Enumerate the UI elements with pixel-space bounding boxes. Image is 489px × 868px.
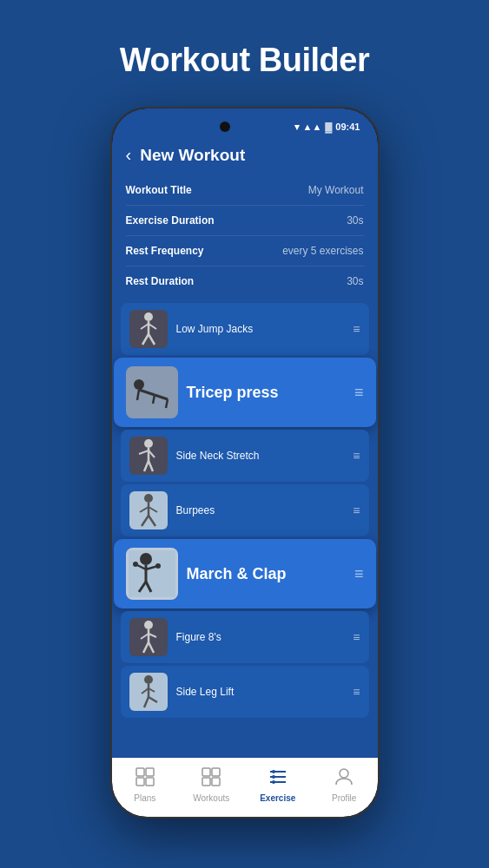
svg-rect-51	[212, 768, 220, 776]
svg-line-3	[149, 324, 156, 329]
exercise-item-side-neck[interactable]: Side Neck Stretch ≡	[121, 430, 369, 482]
exercise-name-low-jump-jacks: Low Jump Jacks	[176, 323, 345, 335]
setting-label-frequency: Rest Frequency	[126, 245, 204, 257]
exercise-name-figure-8: Figure 8's	[176, 631, 345, 643]
svg-line-2	[141, 324, 149, 329]
exercise-name-tricep-press: Tricep press	[187, 384, 346, 402]
svg-point-59	[272, 780, 275, 784]
phone-shell: ▾ ▲▲ ▓ 09:41 ‹ New Workout Workout Title…	[110, 107, 380, 819]
svg-rect-52	[202, 778, 210, 786]
svg-point-58	[272, 775, 275, 779]
back-button[interactable]: ‹	[126, 145, 132, 165]
svg-line-44	[144, 697, 149, 707]
svg-point-19	[144, 494, 153, 503]
drag-handle-side-neck[interactable]: ≡	[353, 450, 360, 462]
nav-item-exercise[interactable]: Exercise	[256, 767, 300, 803]
svg-point-60	[340, 769, 348, 778]
svg-rect-6	[129, 369, 175, 416]
plans-label: Plans	[134, 793, 155, 803]
setting-row-frequency[interactable]: Rest Frequency every 5 exercises	[126, 236, 364, 266]
svg-rect-49	[146, 778, 154, 786]
svg-line-21	[140, 507, 149, 512]
exercise-name-burpees: Burpees	[176, 504, 345, 516]
svg-line-17	[144, 461, 149, 471]
svg-line-4	[142, 334, 149, 345]
screen-title: New Workout	[140, 146, 245, 165]
svg-line-18	[149, 461, 153, 471]
setting-value-duration: 30s	[347, 214, 363, 227]
drag-handle-march-clap[interactable]: ≡	[354, 566, 364, 582]
nav-item-workouts[interactable]: Workouts	[189, 767, 233, 803]
exercise-item-burpees[interactable]: Burpees ≡	[121, 484, 369, 536]
svg-point-57	[272, 770, 275, 773]
nav-item-plans[interactable]: Plans	[123, 767, 167, 803]
status-bar: ▾ ▲▲ ▓ 09:41	[112, 108, 378, 140]
exercise-thumb-figure-8	[129, 618, 168, 656]
svg-point-34	[144, 621, 153, 629]
app-header: ‹ New Workout	[112, 140, 378, 175]
time-display: 09:41	[335, 122, 360, 132]
svg-line-37	[149, 634, 156, 637]
signal-icon: ▲▲	[303, 122, 322, 132]
svg-line-15	[139, 450, 149, 454]
svg-line-23	[142, 516, 149, 526]
exercise-name-side-neck: Side Neck Stretch	[176, 450, 345, 462]
setting-row-duration[interactable]: Exercise Duration 30s	[126, 206, 364, 236]
svg-point-13	[144, 439, 153, 448]
workouts-icon	[202, 767, 221, 791]
drag-handle-figure-8[interactable]: ≡	[353, 631, 360, 643]
exercise-name-march-clap: March & Clap	[187, 565, 346, 583]
svg-line-24	[149, 516, 155, 526]
exercise-thumb-march-clap	[126, 548, 178, 600]
svg-rect-46	[136, 768, 144, 776]
svg-point-7	[134, 379, 144, 390]
setting-value-frequency: every 5 exercises	[282, 245, 363, 257]
drag-handle-side-leg[interactable]: ≡	[353, 686, 360, 698]
svg-point-26	[140, 553, 152, 565]
nav-item-profile[interactable]: Profile	[322, 767, 366, 803]
exercise-thumb-tricep-press	[126, 366, 178, 418]
exercise-name-side-leg: Side Leg Lift	[176, 686, 345, 698]
svg-point-40	[144, 675, 153, 684]
svg-point-33	[155, 563, 161, 569]
svg-line-5	[149, 334, 155, 345]
svg-rect-47	[146, 768, 154, 776]
svg-line-38	[143, 642, 149, 653]
svg-line-22	[149, 507, 157, 512]
svg-point-32	[133, 562, 138, 567]
exercise-icon	[268, 767, 287, 791]
setting-row-rest[interactable]: Rest Duration 30s	[126, 266, 364, 296]
exercise-item-low-jump-jacks[interactable]: Low Jump Jacks ≡	[121, 303, 369, 355]
drag-handle-low-jump-jacks[interactable]: ≡	[353, 323, 360, 335]
exercise-item-side-leg[interactable]: Side Leg Lift ≡	[121, 666, 369, 718]
setting-row-title[interactable]: Workout Title My Workout	[126, 175, 364, 206]
profile-label: Profile	[332, 793, 356, 803]
camera-hole	[220, 122, 230, 132]
svg-rect-25	[129, 550, 175, 597]
exercise-item-tricep-press[interactable]: Tricep press ≡	[114, 358, 376, 427]
exercise-item-figure-8[interactable]: Figure 8's ≡	[121, 611, 369, 663]
setting-value-title: My Workout	[308, 184, 364, 196]
exercise-thumb-side-neck	[129, 437, 168, 475]
settings-section: Workout Title My Workout Exercise Durati…	[112, 175, 378, 296]
profile-icon	[334, 767, 354, 791]
exercise-thumb-low-jump-jacks	[129, 310, 168, 348]
plans-icon	[135, 767, 155, 791]
exercise-thumb-burpees	[129, 491, 168, 529]
phone-mockup: ▾ ▲▲ ▓ 09:41 ‹ New Workout Workout Title…	[110, 107, 380, 819]
svg-line-36	[141, 634, 149, 639]
exercise-list: Low Jump Jacks ≡	[112, 303, 378, 720]
svg-rect-53	[212, 778, 220, 786]
workouts-label: Workouts	[193, 793, 229, 803]
drag-handle-tricep-press[interactable]: ≡	[354, 385, 364, 400]
svg-rect-50	[202, 768, 210, 776]
svg-point-0	[144, 312, 153, 321]
exercise-thumb-side-leg	[129, 673, 168, 711]
exercise-label: Exercise	[260, 793, 295, 803]
phone-screen: ▾ ▲▲ ▓ 09:41 ‹ New Workout Workout Title…	[112, 108, 378, 817]
exercise-item-march-clap[interactable]: March & Clap ≡	[114, 539, 376, 608]
drag-handle-burpees[interactable]: ≡	[353, 504, 360, 516]
svg-line-45	[149, 697, 157, 702]
svg-rect-48	[136, 778, 144, 786]
setting-label-title: Workout Title	[126, 184, 192, 196]
